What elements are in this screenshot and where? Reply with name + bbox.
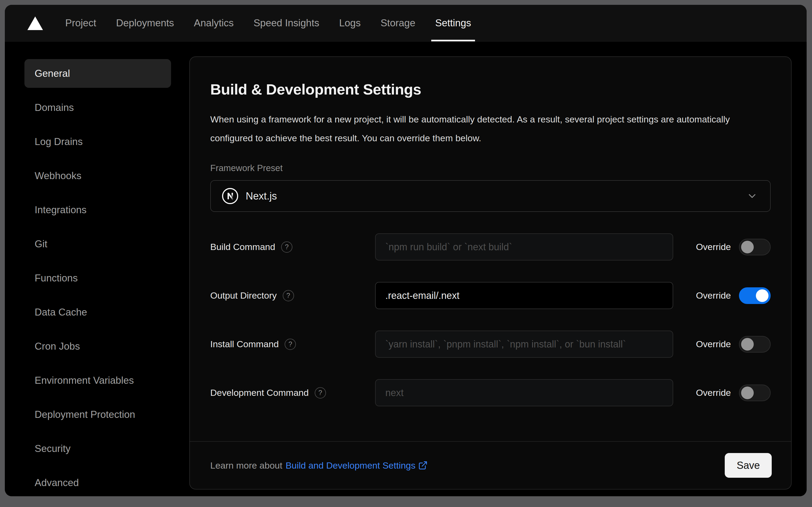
override-label: Override — [696, 242, 731, 252]
sidebar-item-functions[interactable]: Functions — [24, 264, 171, 292]
output-directory-row: Output Directory ? Override — [210, 282, 771, 309]
build-command-row: Build Command ? Override — [210, 233, 771, 261]
build-command-input[interactable] — [375, 233, 673, 261]
chevron-down-icon — [747, 190, 758, 202]
tab-analytics[interactable]: Analytics — [184, 5, 243, 41]
sidebar-item-domains[interactable]: Domains — [24, 93, 171, 122]
save-button[interactable]: Save — [725, 453, 772, 478]
development-command-input[interactable] — [375, 379, 673, 406]
help-icon[interactable]: ? — [283, 290, 294, 301]
override-label: Override — [696, 388, 731, 398]
nextjs-logo-icon — [222, 187, 239, 205]
toggle-knob — [741, 338, 754, 350]
help-icon[interactable]: ? — [315, 387, 326, 398]
tab-project[interactable]: Project — [55, 5, 106, 41]
install-command-label: Install Command — [210, 339, 279, 349]
override-label: Override — [696, 339, 731, 349]
learn-more-text: Learn more about — [210, 460, 282, 471]
settings-sidebar: General Domains Log Drains Webhooks Inte… — [5, 42, 189, 496]
build-command-label: Build Command — [210, 242, 275, 252]
sidebar-item-general[interactable]: General — [24, 59, 171, 88]
top-nav: Project Deployments Analytics Speed Insi… — [5, 5, 807, 42]
toggle-knob — [756, 289, 768, 302]
build-command-override-toggle[interactable] — [739, 239, 771, 256]
external-link-icon — [418, 460, 428, 470]
override-label: Override — [696, 290, 731, 301]
sidebar-item-advanced[interactable]: Advanced — [24, 468, 171, 496]
sidebar-item-webhooks[interactable]: Webhooks — [24, 161, 171, 190]
build-settings-docs-link[interactable]: Build and Development Settings — [285, 460, 428, 471]
sidebar-item-cron-jobs[interactable]: Cron Jobs — [24, 332, 171, 361]
page-title: Build & Development Settings — [210, 80, 771, 98]
sidebar-item-environment-variables[interactable]: Environment Variables — [24, 366, 171, 395]
toggle-knob — [741, 241, 754, 253]
development-command-override-toggle[interactable] — [739, 385, 771, 401]
sidebar-item-data-cache[interactable]: Data Cache — [24, 298, 171, 327]
tab-settings[interactable]: Settings — [425, 5, 481, 41]
framework-preset-value: Next.js — [246, 190, 277, 202]
output-directory-input[interactable] — [375, 282, 673, 309]
sidebar-item-deployment-protection[interactable]: Deployment Protection — [24, 400, 171, 429]
install-command-row: Install Command ? Override — [210, 331, 771, 358]
docs-link-label: Build and Development Settings — [285, 460, 415, 471]
vercel-logo-icon[interactable] — [27, 16, 43, 30]
help-icon[interactable]: ? — [285, 339, 296, 350]
section-description: When using a framework for a new project… — [210, 110, 755, 148]
tab-logs[interactable]: Logs — [329, 5, 370, 41]
development-command-label: Development Command — [210, 388, 309, 398]
build-settings-card: Build & Development Settings When using … — [189, 56, 792, 490]
output-directory-override-toggle[interactable] — [739, 287, 771, 304]
sidebar-item-log-drains[interactable]: Log Drains — [24, 127, 171, 156]
nav-tabs: Project Deployments Analytics Speed Insi… — [55, 5, 481, 41]
output-directory-label: Output Directory — [210, 290, 277, 301]
development-command-row: Development Command ? Override — [210, 379, 771, 406]
tab-deployments[interactable]: Deployments — [106, 5, 184, 41]
card-footer: Learn more about Build and Development S… — [190, 441, 791, 489]
install-command-input[interactable] — [375, 331, 673, 358]
sidebar-item-git[interactable]: Git — [24, 230, 171, 258]
tab-storage[interactable]: Storage — [370, 5, 425, 41]
app-window: Project Deployments Analytics Speed Insi… — [5, 5, 807, 496]
sidebar-item-integrations[interactable]: Integrations — [24, 195, 171, 224]
tab-speed-insights[interactable]: Speed Insights — [243, 5, 329, 41]
framework-preset-select[interactable]: Next.js — [210, 180, 771, 212]
help-icon[interactable]: ? — [281, 241, 292, 253]
install-command-override-toggle[interactable] — [739, 336, 771, 353]
toggle-knob — [741, 386, 754, 399]
framework-preset-label: Framework Preset — [210, 163, 771, 173]
sidebar-item-security[interactable]: Security — [24, 434, 171, 463]
